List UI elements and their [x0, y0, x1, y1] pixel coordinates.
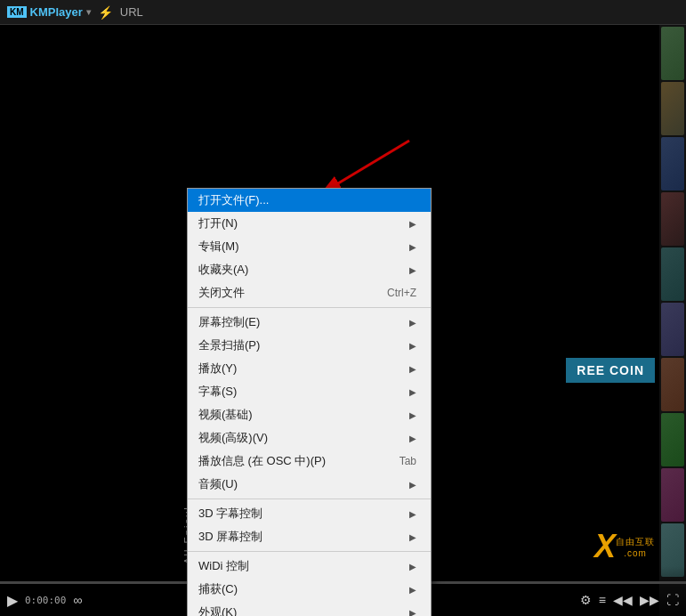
prev-button[interactable]: ◀◀: [613, 593, 633, 607]
menu-label-widi: WiDi 控制: [198, 558, 402, 574]
menu-arrow-subtitle: ▶: [409, 387, 416, 397]
loop-button[interactable]: ∞: [73, 593, 82, 607]
bolt-icon[interactable]: ⚡: [98, 5, 113, 20]
free-coin-button[interactable]: REE COIN: [566, 358, 655, 383]
url-label[interactable]: URL: [120, 5, 143, 19]
menu-arrow-open: ▶: [409, 219, 416, 229]
km-icon: KM: [7, 6, 27, 18]
app-name: KMPlayer: [30, 5, 83, 19]
menu-item-close-file[interactable]: 关闭文件Ctrl+Z: [188, 281, 431, 304]
menu-arrow-appearance: ▶: [409, 608, 416, 617]
menu-item-open[interactable]: 打开(N)▶: [188, 212, 431, 235]
play-button[interactable]: ▶: [7, 592, 18, 609]
titlebar: KM KMPlayer ▾ ⚡ URL: [0, 0, 686, 25]
menu-item-favorites[interactable]: 收藏夹(A)▶: [188, 258, 431, 281]
menu-label-playback-info: 播放信息 (在 OSC 中)(P): [198, 453, 373, 469]
menu-label-album: 专辑(M): [198, 239, 402, 255]
thumb-4[interactable]: [661, 192, 684, 246]
menu-label-panorama-scan: 全景扫描(P): [198, 337, 402, 353]
menu-item-appearance[interactable]: 外观(K)▶: [188, 601, 431, 616]
menu-arrow-video-advanced: ▶: [409, 434, 416, 443]
thumbnails-panel: [659, 25, 686, 616]
menu-arrow-audio: ▶: [409, 480, 416, 490]
menu-item-capture[interactable]: 捕获(C)▶: [188, 578, 431, 601]
menu-label-audio: 音频(U): [198, 476, 402, 492]
menu-item-subtitle[interactable]: 字幕(S)▶: [188, 380, 431, 403]
fullscreen-button[interactable]: ⛶: [666, 593, 679, 607]
menu-item-video-basic[interactable]: 视频(基础)▶: [188, 403, 431, 426]
menu-item-panorama-scan[interactable]: 全景扫描(P)▶: [188, 334, 431, 357]
menu-item-album[interactable]: 专辑(M)▶: [188, 235, 431, 258]
menu-label-video-advanced: 视频(高级)(V): [198, 430, 402, 446]
watermark: X 自由互联 .com: [594, 531, 655, 563]
thumb-3[interactable]: [661, 137, 684, 190]
menu-item-3d-screen[interactable]: 3D 屏幕控制▶: [188, 525, 431, 548]
free-coin-label: REE COIN: [577, 363, 644, 377]
menu-item-screen-control[interactable]: 屏幕控制(E)▶: [188, 311, 431, 334]
menu-arrow-album: ▶: [409, 242, 416, 252]
menu-arrow-video-basic: ▶: [409, 410, 416, 420]
watermark-site-text: 自由互联: [616, 536, 655, 548]
menu-arrow-3d-subtitle: ▶: [409, 509, 416, 519]
menu-divider-13: [188, 498, 431, 499]
menu-divider-15: [188, 551, 431, 552]
menu-arrow-screen-control: ▶: [409, 318, 416, 328]
menu-label-3d-screen: 3D 屏幕控制: [198, 529, 402, 545]
thumb-6[interactable]: [661, 303, 684, 356]
watermark-x-icon: X: [594, 531, 616, 563]
menu-label-subtitle: 字幕(S): [198, 384, 402, 400]
thumb-8[interactable]: [661, 413, 684, 466]
menu-label-open: 打开(N): [198, 215, 402, 231]
thumb-5[interactable]: [661, 247, 684, 301]
menu-label-video-basic: 视频(基础): [198, 407, 402, 423]
thumb-9[interactable]: [661, 468, 684, 522]
menu-label-open-file: 打开文件(F)...: [198, 192, 416, 208]
svg-line-1: [320, 141, 409, 194]
menu-item-video-advanced[interactable]: 视频(高级)(V)▶: [188, 426, 431, 450]
video-area: REE COIN [ All Enjoy! 打开文件(F)...打开(N)▶专辑…: [0, 25, 686, 616]
menu-label-capture: 捕获(C): [198, 581, 402, 597]
menu-item-3d-subtitle[interactable]: 3D 字幕控制▶: [188, 502, 431, 525]
menu-item-playback-info[interactable]: 播放信息 (在 OSC 中)(P)Tab: [188, 450, 431, 473]
menu-label-play: 播放(Y): [198, 361, 402, 377]
next-button[interactable]: ▶▶: [640, 593, 659, 607]
menu-item-play[interactable]: 播放(Y)▶: [188, 357, 431, 380]
menu-label-appearance: 外观(K): [198, 604, 402, 616]
thumb-2[interactable]: [661, 82, 684, 135]
settings-button[interactable]: ⚙: [580, 593, 592, 607]
menu-item-widi[interactable]: WiDi 控制▶: [188, 555, 431, 578]
menu-shortcut-close-file: Ctrl+Z: [387, 287, 416, 299]
menu-item-open-file[interactable]: 打开文件(F)...: [188, 189, 431, 212]
menu-arrow-favorites: ▶: [409, 265, 416, 275]
menu-arrow-3d-screen: ▶: [409, 532, 416, 542]
context-menu: 打开文件(F)...打开(N)▶专辑(M)▶收藏夹(A)▶关闭文件Ctrl+Z屏…: [187, 188, 432, 616]
thumb-7[interactable]: [661, 358, 684, 411]
menu-shortcut-playback-info: Tab: [399, 455, 416, 467]
menu-item-audio[interactable]: 音频(U)▶: [188, 473, 431, 496]
menu-label-close-file: 关闭文件: [198, 285, 360, 301]
menu-arrow-capture: ▶: [409, 585, 416, 595]
dropdown-arrow[interactable]: ▾: [86, 7, 91, 17]
menu-arrow-widi: ▶: [409, 562, 416, 571]
menu-divider-5: [188, 307, 431, 308]
menu-arrow-panorama-scan: ▶: [409, 341, 416, 351]
time-display: 0:00:00: [25, 595, 66, 606]
menu-label-favorites: 收藏夹(A): [198, 262, 402, 278]
menu-arrow-play: ▶: [409, 364, 416, 374]
menu-label-screen-control: 屏幕控制(E): [198, 314, 402, 330]
menu-label-3d-subtitle: 3D 字幕控制: [198, 506, 402, 522]
playlist-button[interactable]: ≡: [599, 593, 606, 607]
watermark-domain: .com: [616, 548, 655, 558]
thumb-1[interactable]: [661, 27, 684, 80]
app-logo[interactable]: KM KMPlayer ▾: [7, 5, 91, 19]
